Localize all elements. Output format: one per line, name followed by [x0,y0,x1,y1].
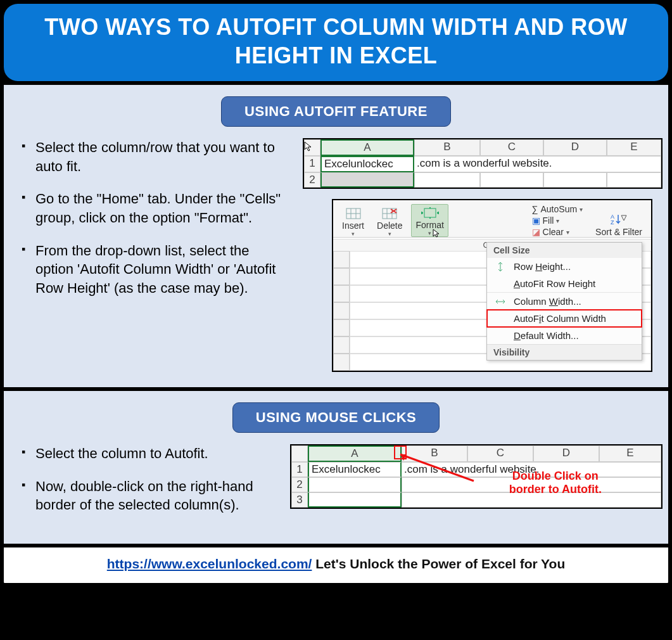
row-header-2: 2 [291,477,308,492]
menu-item-autofit-column-width[interactable]: AutoFit Column Width [487,310,642,327]
footer-link[interactable]: https://www.excelunlocked.com/ [107,556,312,571]
svg-marker-14 [400,454,407,461]
select-all-corner [291,445,308,462]
ribbon-cells-group: Insert ▾ Delete ▾ Format ▾ [333,200,651,238]
row-header [333,302,350,319]
cell-A2-selected [320,172,414,188]
list-item: Select the column/row that you want to a… [22,138,288,176]
select-all-corner [304,139,320,156]
row-header-1: 1 [291,462,308,477]
autosum-button[interactable]: ∑AutoSum▾ [532,204,583,214]
col-header-E: E [607,139,661,156]
format-dropdown-menu: Cell Size Row Height... AutoFit Row Heig… [486,242,642,361]
menu-item-autofit-row-height[interactable]: AutoFit Row Height [487,275,642,292]
section-autofit-feature: USING AUTOFIT FEATURE Select the column/… [4,85,668,387]
eraser-icon: ◪ [532,227,540,237]
chevron-down-icon: ▾ [352,231,355,237]
callout-text: Double Click on border to Autofit. [509,470,602,496]
footer-tagline: Let's Unlock the Power of Excel for You [312,556,565,571]
menu-item-row-height[interactable]: Row Height... [487,258,642,275]
cursor-icon [432,229,441,238]
col-header-D: D [533,445,599,462]
row-header-2: 2 [304,172,320,188]
sort-filter-icon: AZ [611,213,627,227]
sigma-icon: ∑ [532,204,538,214]
clear-button[interactable]: ◪Clear▾ [532,227,583,237]
chevron-down-icon: ▾ [566,229,569,236]
col-header-C: C [480,139,543,156]
cell-empty [607,172,661,188]
row-header [333,285,350,302]
infographic-card: TWO WAYS TO AUTOFIT COLUMN WIDTH AND ROW… [0,0,672,587]
sort-filter-button[interactable]: AZ Sort & Filter [592,213,646,237]
cell-overflow-text: .com is a wonderful website. [414,156,661,172]
svg-line-13 [400,454,474,481]
section-mouse-clicks: USING MOUSE CLICKS Select the column to … [4,391,668,544]
cell-A2 [308,477,402,492]
row-header [333,336,350,354]
row-header [333,354,350,371]
section2-steps: Select the column to Autofit. Now, doubl… [22,444,275,528]
title-bar: TWO WAYS TO AUTOFIT COLUMN WIDTH AND ROW… [4,4,668,81]
arrow-icon [393,452,488,490]
section1-badge: USING AUTOFIT FEATURE [221,96,451,127]
cursor-icon [303,141,314,151]
col-header-E: E [599,445,661,462]
page-title: TWO WAYS TO AUTOFIT COLUMN WIDTH AND ROW… [16,13,656,70]
menu-item-column-width[interactable]: Column Width... [487,292,642,310]
row-height-icon [493,262,507,272]
svg-text:Z: Z [611,219,614,226]
cell-A1: Excelunlockec [308,462,402,477]
col-header-A: A [320,139,414,156]
col-header-D: D [543,139,607,156]
excel-sheet-thumb-1: A B C D E 1 Excelunlockec .com is a wond… [303,138,662,189]
menu-heading-cell-size: Cell Size [487,243,642,258]
cell-empty [480,172,543,188]
cell-empty [543,172,607,188]
fill-button[interactable]: ▣Fill▾ [532,215,583,226]
row-header [333,319,350,336]
format-button[interactable]: Format ▾ [411,204,448,237]
row-header [333,251,350,268]
footer: https://www.excelunlocked.com/ Let's Unl… [4,547,668,583]
section1-steps: Select the column/row that you want to a… [22,138,288,312]
cell-A3 [308,492,402,508]
menu-heading-visibility: Visibility [487,344,642,360]
fill-icon: ▣ [532,215,540,226]
format-icon [421,206,439,220]
insert-button[interactable]: Insert ▾ [338,205,368,237]
delete-icon [381,207,398,221]
list-item: From the drop-down list, select the opti… [22,241,288,298]
chevron-down-icon: ▾ [580,206,583,213]
cell-empty [414,172,480,188]
col-header-A: A [308,445,402,462]
column-width-icon [493,297,507,307]
cell-A1: Excelunlockec [320,156,414,172]
excel-ribbon-thumb: Insert ▾ Delete ▾ Format ▾ [332,199,652,372]
svg-rect-10 [424,208,436,217]
section2-badge: USING MOUSE CLICKS [232,402,440,433]
row-header-1: 1 [304,156,320,172]
row-header-3: 3 [291,492,308,508]
delete-button[interactable]: Delete ▾ [373,205,406,237]
chevron-down-icon: ▾ [388,231,391,237]
list-item: Select the column to Autofit. [22,444,275,463]
menu-item-default-width[interactable]: Default Width... [487,327,642,344]
row-header [333,268,350,285]
editing-group: ∑AutoSum▾ ▣Fill▾ ◪Clear▾ [532,204,587,237]
chevron-down-icon: ▾ [428,230,431,236]
insert-icon [345,207,362,221]
chevron-down-icon: ▾ [556,217,559,224]
excel-sheet-thumb-2: A B C D E 1 Excelunlockec .com is a wond… [290,444,662,509]
list-item: Now, double-click on the right-hand bord… [22,477,275,515]
list-item: Go to the "Home" tab. Under the "Cells" … [22,189,288,227]
col-header-B: B [414,139,480,156]
